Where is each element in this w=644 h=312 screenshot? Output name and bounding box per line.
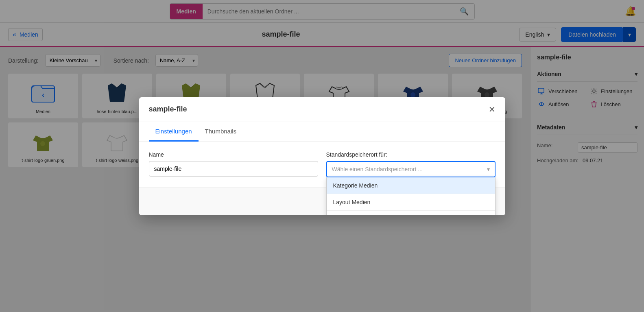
storage-label: Standardspeicherort für: <box>326 151 496 158</box>
dropdown-item-label: Kategorie Medien <box>333 182 378 189</box>
tab-thumbnails-label: Thumbnails <box>205 128 237 135</box>
storage-form-group: Standardspeicherort für: Wähle einen Sta… <box>326 151 496 177</box>
form-row: Name Standardspeicherort für: Wähle eine… <box>149 151 496 177</box>
dropdown-item-dokument[interactable]: Dokument Medien <box>327 211 495 215</box>
modal-title: sample-file <box>149 105 187 113</box>
tab-einstellungen[interactable]: Einstellungen <box>149 122 199 142</box>
tab-thumbnails[interactable]: Thumbnails <box>199 122 243 142</box>
dropdown-item-layout[interactable]: Layout Medien <box>327 194 495 211</box>
modal-tabs: Einstellungen Thumbnails <box>139 122 505 142</box>
modal-overlay: sample-file ✕ Einstellungen Thumbnails N… <box>0 0 644 312</box>
modal-close-button[interactable]: ✕ <box>489 105 496 114</box>
dropdown-item-kategorie[interactable]: Kategorie Medien <box>327 177 495 194</box>
storage-dropdown-list: Kategorie Medien Layout Medien Dokument … <box>326 177 496 215</box>
storage-dropdown-trigger[interactable]: Wähle einen Standardspeicherort ... ▾ <box>326 161 496 177</box>
dropdown-item-label: Layout Medien <box>333 199 371 205</box>
modal-header: sample-file ✕ <box>139 97 505 122</box>
dropdown-chevron-icon: ▾ <box>487 166 490 172</box>
name-form-group: Name <box>149 151 318 177</box>
name-input[interactable] <box>149 161 318 177</box>
name-label: Name <box>149 151 318 158</box>
tab-einstellungen-label: Einstellungen <box>155 128 192 135</box>
modal-dialog: sample-file ✕ Einstellungen Thumbnails N… <box>139 97 505 215</box>
storage-placeholder: Wähle einen Standardspeicherort ... <box>332 166 423 172</box>
modal-body: Name Standardspeicherort für: Wähle eine… <box>139 142 505 187</box>
